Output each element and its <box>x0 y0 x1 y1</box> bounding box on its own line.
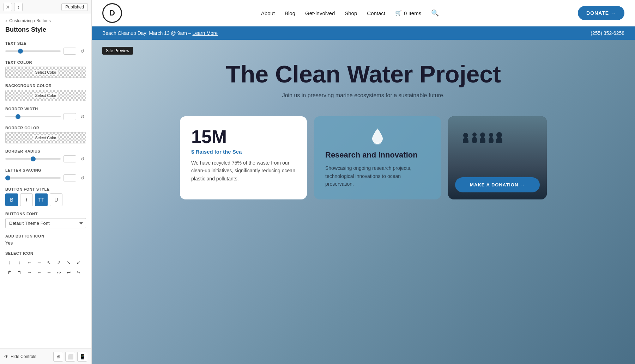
icon-upleft2[interactable]: ↰ <box>15 268 24 277</box>
site-preview-badge: Site Preview <box>102 47 133 55</box>
close-icon: ✕ <box>6 4 10 10</box>
text-color-group: TEXT COLOR Select Color <box>5 60 86 78</box>
icon-leftarrow[interactable]: ← <box>35 268 43 277</box>
border-color-select-label: Select Color <box>33 135 59 140</box>
nav-shop[interactable]: Shop <box>345 10 357 16</box>
bg-color-picker[interactable]: Select Color <box>5 90 86 101</box>
tablet-icon: ⬜ <box>67 354 73 359</box>
border-color-picker[interactable]: Select Color <box>5 132 86 143</box>
icon-return[interactable]: ↩ <box>65 268 73 277</box>
letter-spacing-group: LETTER SPACING 0 ↺ <box>5 168 86 181</box>
site-header: D About Blog Get-involved Shop Contact 🛒… <box>92 0 635 26</box>
bold-button[interactable]: B <box>5 193 18 206</box>
tt-button[interactable]: TT <box>35 193 48 206</box>
letter-spacing-slider[interactable] <box>5 177 61 179</box>
buttons-font-group: BUTTONS FONT Default Theme Font <box>5 212 86 228</box>
back-arrow-icon[interactable]: ‹ <box>5 18 7 24</box>
icon-up[interactable]: ↑ <box>5 258 14 267</box>
font-style-label: BUTTON FONT STYLE <box>5 187 86 191</box>
text-size-reset[interactable]: ↺ <box>79 48 86 55</box>
text-color-picker[interactable]: Select Color <box>5 67 86 78</box>
icon-upleft[interactable]: ↖ <box>45 258 53 267</box>
nav-contact[interactable]: Contact <box>367 10 385 16</box>
cart-icon: 🛒 <box>395 10 402 16</box>
card-raised: 15M $ Raised for the Sea We have recycle… <box>180 116 307 199</box>
add-icon-value: Yes <box>5 240 13 246</box>
border-radius-slider[interactable] <box>5 158 61 160</box>
letter-spacing-label: LETTER SPACING <box>5 168 86 172</box>
svg-point-10 <box>496 132 502 138</box>
underline-button[interactable]: U <box>50 193 62 206</box>
nav-blog[interactable]: Blog <box>285 10 295 16</box>
border-width-slider[interactable] <box>5 116 61 117</box>
border-width-group: BORDER WIDTH 2 ↺ <box>5 107 86 120</box>
announcement-text: Beach Cleanup Day: March 13 @ 9am – Lear… <box>102 30 218 36</box>
border-radius-reset[interactable]: ↺ <box>79 155 86 162</box>
hide-controls-button[interactable]: 👁 Hide Controls <box>4 354 36 359</box>
site-logo[interactable]: D <box>102 3 122 23</box>
border-width-value[interactable]: 2 <box>64 113 76 120</box>
svg-point-4 <box>472 132 477 137</box>
donate-button[interactable]: DONATE → <box>578 6 624 20</box>
learn-more-link[interactable]: Learn More <box>192 30 218 36</box>
make-donation-button[interactable]: MAKE A DONATION → <box>455 177 540 192</box>
text-size-slider[interactable] <box>5 50 61 52</box>
cards-row: 15M $ Raised for the Sea We have recycle… <box>169 116 557 199</box>
icon-downright[interactable]: ↘ <box>65 258 73 267</box>
border-width-row: 2 ↺ <box>5 113 86 120</box>
hero-subtitle: Join us in preserving marine ecosystems … <box>282 92 445 99</box>
italic-button[interactable]: I <box>20 193 33 206</box>
letter-spacing-reset[interactable]: ↺ <box>79 174 86 181</box>
svg-point-1 <box>463 137 468 143</box>
bg-color-group: BACKGROUND COLOR Select Color <box>5 84 86 101</box>
main-content: D About Blog Get-involved Shop Contact 🛒… <box>92 0 635 364</box>
card-research: Research and Innovation Showcasing ongoi… <box>314 116 441 199</box>
icon-upright2[interactable]: ↱ <box>5 268 14 277</box>
text-color-select-label: Select Color <box>33 70 59 75</box>
close-button[interactable]: ✕ <box>4 3 12 11</box>
text-size-value[interactable]: 14 <box>64 48 76 55</box>
mobile-view-button[interactable]: 📱 <box>77 352 87 362</box>
icon-right[interactable]: → <box>35 258 43 267</box>
svg-point-5 <box>480 137 485 143</box>
add-icon-group: ADD BUTTON ICON Yes <box>5 234 86 246</box>
icon-left[interactable]: ← <box>25 258 34 267</box>
select-icon-label: SELECT ICON <box>5 251 86 255</box>
desktop-view-button[interactable]: 🖥 <box>53 352 63 362</box>
card-image: MAKE A DONATION → <box>448 116 547 199</box>
icon-rightarrow[interactable]: → <box>25 268 34 277</box>
panel-title: Buttons Style <box>0 25 91 38</box>
sort-icon: ↕ <box>17 4 20 10</box>
letter-spacing-value[interactable]: 0 <box>64 174 76 181</box>
text-color-label: TEXT COLOR <box>5 60 86 64</box>
tablet-view-button[interactable]: ⬜ <box>65 352 75 362</box>
nav-about[interactable]: About <box>261 10 275 16</box>
icon-downleft[interactable]: ↙ <box>74 258 83 267</box>
font-select[interactable]: Default Theme Font <box>5 218 86 228</box>
breadcrumb-text: Customizing › Buttons <box>9 18 50 23</box>
select-icon-group: SELECT ICON ↑ ↓ ← → ↖ ↗ ↘ ↙ ↱ ↰ → ← ↔ ⇔ … <box>5 251 86 277</box>
icon-hbar[interactable]: ↔ <box>45 268 53 277</box>
announcement-message: Beach Cleanup Day: March 13 @ 9am – <box>102 30 191 36</box>
border-width-label: BORDER WIDTH <box>5 107 86 111</box>
add-icon-label: ADD BUTTON ICON <box>5 234 86 238</box>
border-width-reset[interactable]: ↺ <box>79 113 86 120</box>
border-radius-label: BORDER RADIUS <box>5 149 86 153</box>
card-number: 15M <box>191 128 296 146</box>
svg-point-6 <box>480 132 485 137</box>
published-button[interactable]: Published <box>61 3 88 11</box>
border-radius-value[interactable]: 50 <box>64 155 76 162</box>
border-color-label: BORDER COLOR <box>5 126 86 130</box>
search-icon[interactable]: 🔍 <box>431 9 439 17</box>
icon-doublearrow[interactable]: ⇔ <box>55 268 63 277</box>
site-nav: About Blog Get-involved Shop Contact 🛒 0… <box>261 9 439 17</box>
buttons-font-label: BUTTONS FONT <box>5 212 86 216</box>
icon-down[interactable]: ↓ <box>15 258 24 267</box>
icon-upright[interactable]: ↗ <box>55 258 63 267</box>
sort-button[interactable]: ↕ <box>14 3 23 11</box>
cart-item[interactable]: 🛒 0 Items <box>395 10 421 16</box>
icon-corner[interactable]: ⤷ <box>74 268 83 277</box>
bottom-bar: 👁 Hide Controls 🖥 ⬜ 📱 <box>0 348 91 364</box>
nav-get-involved[interactable]: Get-involved <box>305 10 335 16</box>
add-icon-row: Yes <box>5 240 86 246</box>
